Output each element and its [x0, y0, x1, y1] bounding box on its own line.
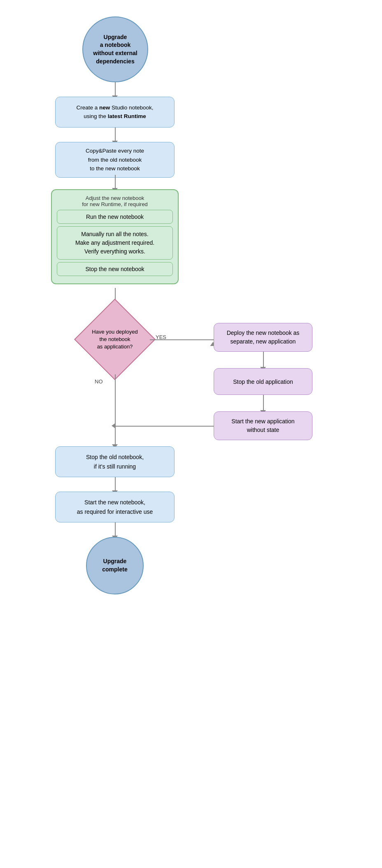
diamond-shape: Have you deployedthe notebookas applicat…	[80, 304, 150, 374]
arrow-p3-left	[112, 423, 116, 429]
green-inner2: Manually run all the notes.Make any adju…	[57, 226, 173, 260]
end-circle-label: Upgradecomplete	[102, 557, 127, 573]
end-circle: Upgradecomplete	[86, 537, 144, 594]
step1-label: Create a new Studio notebook,using the l…	[77, 104, 154, 121]
step2-label: Copy&Paste every notefrom the old notebo…	[86, 146, 144, 173]
conn-1	[115, 82, 116, 97]
purple3-label: Start the new applicationwithout state	[231, 417, 294, 434]
green-outer-box: Adjust the new notebookfor new Runtime, …	[51, 189, 179, 284]
purple2-label: Stop the old application	[233, 378, 293, 385]
stop-old-notebook-box: Stop the old notebook,if it's still runn…	[55, 446, 175, 477]
diamond-label: Have you deployedthe notebookas applicat…	[90, 326, 140, 353]
conn-no-v	[115, 374, 116, 446]
green-inner1: Run the new notebook	[57, 210, 173, 224]
purple1-label: Deploy the new notebook asseparate, new …	[227, 329, 300, 346]
green-outer-title: Adjust the new notebookfor new Runtime, …	[57, 195, 173, 207]
green-inner3-label: Stop the new notebook	[85, 266, 144, 272]
purple1-box: Deploy the new notebook asseparate, new …	[214, 323, 312, 352]
green-inner3: Stop the new notebook	[57, 262, 173, 276]
conn-3	[115, 175, 116, 189]
no-label: NO	[95, 378, 103, 385]
conn-yes-h	[150, 339, 214, 340]
step1-box: Create a new Studio notebook,using the l…	[55, 97, 175, 128]
step2-box: Copy&Paste every notefrom the old notebo…	[55, 142, 175, 178]
start-circle-label: Upgradea notebookwithout externaldepende…	[93, 33, 137, 65]
start-new-notebook-box: Start the new notebook,as required for i…	[55, 492, 175, 522]
conn-p2-p3	[263, 395, 264, 411]
conn-2	[115, 128, 116, 142]
conn-6	[115, 522, 116, 537]
stop-old-notebook-label: Stop the old notebook,if it's still runn…	[86, 453, 144, 471]
flowchart-diagram: Upgradea notebookwithout externaldepende…	[0, 8, 382, 868]
green-inner1-label: Run the new notebook	[86, 214, 144, 220]
conn-5	[115, 477, 116, 492]
purple2-box: Stop the old application	[214, 368, 312, 395]
start-circle: Upgradea notebookwithout externaldepende…	[82, 16, 148, 82]
start-new-notebook-label: Start the new notebook,as required for i…	[77, 498, 153, 516]
purple3-box: Start the new applicationwithout state	[214, 411, 312, 440]
green-inner2-label: Manually run all the notes.Make any adju…	[75, 230, 154, 256]
conn-p3-left-h	[115, 426, 214, 427]
conn-p1-p2	[263, 352, 264, 368]
